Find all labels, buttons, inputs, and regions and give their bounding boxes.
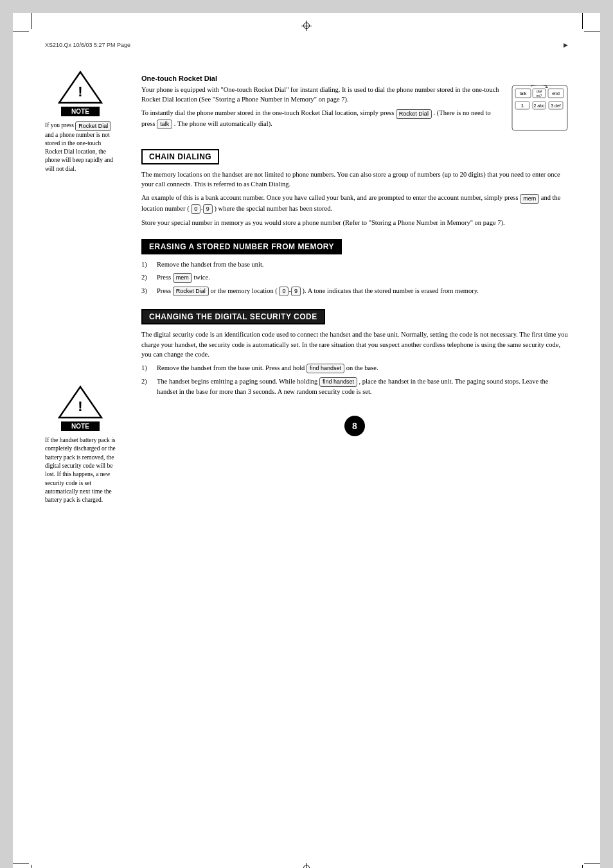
security-item-2: 2) The handset begins emitting a paging …: [141, 376, 568, 396]
cross-bottom: [301, 863, 312, 868]
erase-item-3: 3) Press Rocket Dial or the memory locat…: [141, 286, 568, 296]
chain-dialing-para2: An example of this is a bank account num…: [141, 193, 568, 213]
rocket-dial-para1: Your phone is equipped with "One-touch R…: [141, 85, 568, 104]
note-triangle-1: !: [58, 71, 103, 104]
nine-btn-erase: 9: [291, 287, 301, 296]
erase-item-2: 2) Press mem twice.: [141, 272, 568, 283]
security-item-1: 1) Remove the handset from the base unit…: [141, 363, 568, 373]
crop-mark-br-v: [582, 865, 583, 868]
page-number-area: 8: [141, 416, 568, 436]
note-label-2: NOTE: [61, 421, 100, 431]
erase-num-3: 3): [141, 286, 153, 296]
erase-text-2: Press mem twice.: [157, 272, 210, 283]
svg-text:dial: dial: [537, 89, 542, 93]
zero-btn-erase: 0: [279, 287, 289, 296]
svg-text:2 abc: 2 abc: [533, 103, 545, 108]
chain-dialing-header: CHAIN DIALING: [141, 149, 219, 164]
erase-num-1: 1): [141, 260, 153, 269]
keypad-svg: talk dial m/7 end 1 2 abc: [511, 85, 568, 131]
svg-text:end: end: [552, 91, 560, 96]
crop-mark-bl-h: [13, 863, 29, 864]
mem-btn-chain: mem: [520, 194, 539, 204]
header-line: XS210.Qx 10/6/03 5:27 PM Page ▶: [45, 42, 568, 48]
section-security-code: CHANGING THE DIGITAL SECURITY CODE The d…: [141, 303, 568, 396]
section-chain-dialing: CHAIN DIALING The memory locations on th…: [141, 143, 568, 227]
crop-mark-br-h: [584, 863, 600, 864]
rocket-dial-content: talk dial m/7 end 1 2 abc: [141, 85, 568, 137]
erase-text-3: Press Rocket Dial or the memory location…: [157, 286, 479, 296]
svg-text:!: !: [78, 84, 82, 100]
nine-btn: 9: [203, 204, 213, 214]
header-left: XS210.Qx 10/6/03 5:27 PM Page: [45, 42, 130, 48]
mem-btn-erase: mem: [173, 273, 192, 283]
security-code-header: CHANGING THE DIGITAL SECURITY CODE: [141, 309, 325, 324]
erase-item-1: 1) Remove the handset from the base unit…: [141, 260, 568, 269]
content-area: ! NOTE If you press Rocket Dial and a ph…: [45, 64, 568, 517]
zero-btn: 0: [191, 204, 200, 214]
note-box-1: ! NOTE If you press Rocket Dial and a ph…: [45, 71, 116, 173]
sidebar: ! NOTE If you press Rocket Dial and a ph…: [45, 64, 129, 517]
svg-text:1: 1: [521, 103, 524, 109]
chain-dialing-para3: Store your special number in memory as y…: [141, 218, 568, 227]
erasing-header: ERASING A STORED NUMBER FROM MEMORY: [141, 239, 342, 254]
svg-text:talk: talk: [520, 91, 527, 96]
note-triangle-2: !: [58, 385, 103, 419]
keypad-image: talk dial m/7 end 1 2 abc: [511, 85, 568, 132]
section-erasing: ERASING A STORED NUMBER FROM MEMORY 1) R…: [141, 233, 568, 296]
find-handset-btn-1: find handset: [306, 364, 344, 373]
main-content: One-touch Rocket Dial talk dial m/7: [129, 64, 568, 517]
rocket-dial-btn-erase: Rocket Dial: [173, 287, 209, 296]
note-box-2: ! NOTE If the handset battery pack is co…: [45, 385, 116, 504]
crop-mark-bl-v: [31, 865, 31, 868]
page-number-circle: 8: [344, 416, 365, 436]
svg-text:!: !: [78, 398, 82, 414]
security-code-para1: The digital security code is an identifi…: [141, 330, 568, 359]
security-text-1: Remove the handset from the base unit. P…: [157, 363, 378, 373]
crop-mark-tr-v: [582, 13, 583, 29]
section-title-rocket-dial: One-touch Rocket Dial: [141, 75, 568, 82]
crop-mark-tl-h: [13, 31, 29, 31]
svg-text:m/7: m/7: [537, 94, 542, 98]
security-num-2: 2): [141, 376, 153, 396]
security-num-1: 1): [141, 363, 153, 373]
rocket-dial-btn-note1: Rocket Dial: [75, 121, 111, 131]
find-handset-btn-2: find handset: [319, 377, 357, 387]
note-label-1: NOTE: [61, 107, 100, 116]
crop-mark-tr-h: [584, 31, 600, 31]
note-text-2: If the handset battery pack is completel…: [45, 436, 116, 504]
security-text-2: The handset begins emitting a paging sou…: [157, 376, 568, 396]
talk-btn-inline: talk: [157, 120, 172, 129]
note-text-1: If you press Rocket Dial and a phone num…: [45, 121, 116, 173]
crop-mark-tl-v: [31, 13, 31, 29]
rocket-dial-para2: To instantly dial the phone number store…: [141, 108, 568, 128]
erase-text-1: Remove the handset from the base unit.: [157, 260, 264, 269]
chain-dialing-para1: The memory locations on the handset are …: [141, 170, 568, 189]
erase-num-2: 2): [141, 272, 153, 283]
header-right: ▶: [564, 42, 568, 48]
svg-text:3 def: 3 def: [551, 103, 561, 108]
rocket-dial-btn-inline: Rocket Dial: [396, 109, 432, 119]
page: XS210.Qx 10/6/03 5:27 PM Page ▶ ! NOTE I…: [13, 13, 600, 868]
section-rocket-dial: One-touch Rocket Dial talk dial m/7: [141, 75, 568, 137]
cross-top: [301, 21, 312, 31]
